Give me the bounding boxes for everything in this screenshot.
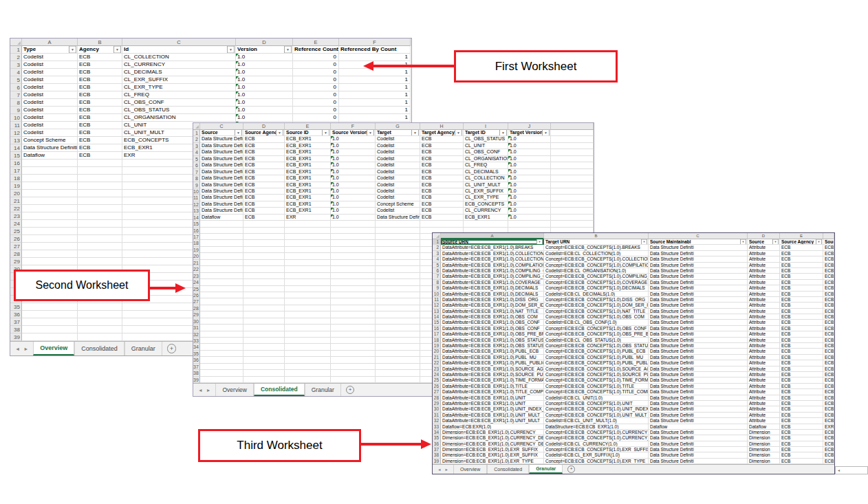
row-header[interactable]: 36 (193, 357, 200, 363)
row-header[interactable]: 19 (433, 343, 441, 349)
cell[interactable]: Dimension (748, 441, 780, 447)
cell[interactable]: 1.0 (331, 169, 376, 175)
header-cell[interactable]: Agency▼ (78, 46, 122, 54)
cell[interactable]: ECB_E (823, 292, 834, 297)
cell[interactable]: ECB (243, 149, 285, 155)
cell[interactable]: ECB (243, 188, 285, 195)
cell[interactable]: ECB_E (823, 274, 834, 279)
cell[interactable]: 0 (293, 54, 339, 61)
cell[interactable] (331, 247, 376, 253)
add-sheet-button[interactable]: + (346, 386, 354, 394)
cell[interactable]: ECB_E (823, 245, 834, 250)
cell[interactable]: ECB (780, 268, 823, 274)
row-header[interactable]: 27 (433, 389, 441, 395)
cell[interactable]: Attribute (748, 355, 780, 360)
header-cell[interactable]: Source ID▼ (285, 130, 331, 136)
cell[interactable] (285, 357, 331, 363)
cell[interactable]: Attribute (748, 285, 780, 291)
cell[interactable]: CL_ORGANISATION (122, 114, 236, 122)
cell[interactable]: Codelist (22, 99, 78, 107)
cell[interactable]: Dimension=ECB:ECB_EXR1(1.0).EXR_TYPE (441, 459, 544, 464)
cell[interactable]: 1.0 (331, 162, 376, 168)
cell[interactable]: CL_DECIMALS (122, 69, 236, 76)
cell[interactable]: Data Structure Definiti (649, 331, 748, 337)
cell[interactable]: Data Structure Definiti (649, 349, 748, 354)
nav-left-icon[interactable]: ◄ (198, 388, 203, 393)
cell[interactable]: ECB (243, 215, 285, 221)
cell[interactable] (331, 221, 376, 227)
cell[interactable]: ECB_E (823, 297, 834, 303)
cell[interactable]: ECB (420, 136, 464, 142)
column-header[interactable]: D (243, 123, 285, 130)
column-header[interactable]: H (420, 123, 464, 130)
row-header[interactable]: 14 (433, 314, 441, 320)
column-header[interactable]: G (376, 123, 420, 130)
cell[interactable] (22, 311, 78, 318)
cell[interactable] (331, 325, 376, 331)
cell[interactable] (200, 331, 243, 338)
row-header[interactable]: 38 (193, 370, 200, 376)
tab-nav-arrows[interactable]: ◄► (193, 384, 215, 396)
cell[interactable]: Concept=ECB:ECB_CONCEPTS(1.0).OBS_COM (544, 314, 649, 320)
cell[interactable]: Dimension (748, 452, 780, 458)
cell[interactable]: Attribute (748, 274, 780, 279)
cell[interactable]: Data Structure Definiti (649, 303, 748, 308)
cell[interactable]: ECB_E (823, 338, 834, 343)
cell[interactable] (551, 215, 594, 221)
row-header[interactable]: 1 (10, 46, 22, 54)
cell[interactable]: Data Structure Definiti (200, 156, 243, 162)
cell[interactable]: Dimension=ECB:ECB_EXR1(1.0).EXR_SUFFIX (441, 452, 544, 458)
row-header[interactable]: 4 (193, 149, 200, 155)
cell[interactable]: 0 (293, 91, 339, 99)
cell[interactable]: ECB_E (823, 441, 834, 447)
row-header[interactable]: 1 (193, 130, 200, 136)
cell[interactable]: Concept=ECB:ECB_CONCEPTS(1.0).DECIMALS (544, 285, 649, 291)
cell[interactable]: CL_OBS_STATUS (122, 107, 236, 114)
header-cell[interactable]: Target▼ (376, 130, 420, 136)
select-all-corner[interactable] (10, 39, 22, 46)
cell[interactable]: Data Structure Definiti (649, 377, 748, 383)
cell[interactable]: DataAttribute=ECB:ECB_EXR1(1.0).SOURCE_P… (441, 372, 544, 377)
column-header[interactable]: B (544, 233, 649, 239)
cell[interactable]: ECB (780, 395, 823, 401)
cell[interactable] (285, 351, 331, 357)
row-header[interactable]: 30 (433, 406, 441, 412)
cell[interactable]: Codelist (22, 129, 78, 137)
cell[interactable]: 1 (339, 107, 411, 114)
cell[interactable] (376, 377, 420, 383)
cell[interactable]: Data Structure Definiti (649, 459, 748, 464)
tab-overview[interactable]: Overview (215, 384, 253, 396)
cell[interactable]: DataAttribute=ECB:ECB_EXR1(1.0).OBS_CONF (441, 320, 544, 325)
cell[interactable] (200, 228, 243, 234)
cell[interactable] (331, 338, 376, 344)
cell[interactable]: ECB (780, 320, 823, 325)
cell[interactable]: ECB_E (823, 320, 834, 325)
row-header[interactable]: 38 (433, 452, 441, 458)
row-header[interactable]: 17 (193, 234, 200, 240)
header-cell[interactable]: Id▼ (122, 46, 236, 54)
cell[interactable]: Codelist (22, 54, 78, 61)
header-cell[interactable]: Reference Count (293, 46, 339, 54)
cell[interactable] (376, 234, 420, 240)
cell[interactable]: ECB (243, 162, 285, 168)
cell[interactable]: ECB (420, 182, 464, 188)
row-header[interactable]: 5 (193, 156, 200, 162)
cell[interactable]: Attribute (748, 303, 780, 308)
cell[interactable]: Concept=ECB:ECB_CONCEPTS(1.0).OBS_CONF (544, 326, 649, 331)
cell[interactable] (376, 357, 420, 363)
cell[interactable]: CL_ORGANISATION (464, 156, 508, 162)
cell[interactable]: Data Structure Definiti (649, 435, 748, 441)
cell[interactable]: Attribute (748, 292, 780, 297)
cell[interactable]: Attribute (748, 256, 780, 262)
cell[interactable]: Data Structure Definiti (200, 182, 243, 188)
cell[interactable]: Concept=ECB:ECB_CONCEPTS(1.0).TIME_FORMA… (544, 377, 649, 383)
cell[interactable]: Attribute (748, 326, 780, 331)
cell[interactable] (78, 220, 122, 228)
row-header[interactable]: 21 (193, 260, 200, 266)
cell[interactable] (551, 143, 594, 149)
cell[interactable] (243, 331, 285, 338)
cell[interactable] (78, 333, 122, 341)
nav-right-icon[interactable]: ► (445, 468, 449, 472)
cell[interactable]: CL_UNIT (464, 143, 508, 149)
cell[interactable]: CL_OBS_STATUS (464, 136, 508, 142)
